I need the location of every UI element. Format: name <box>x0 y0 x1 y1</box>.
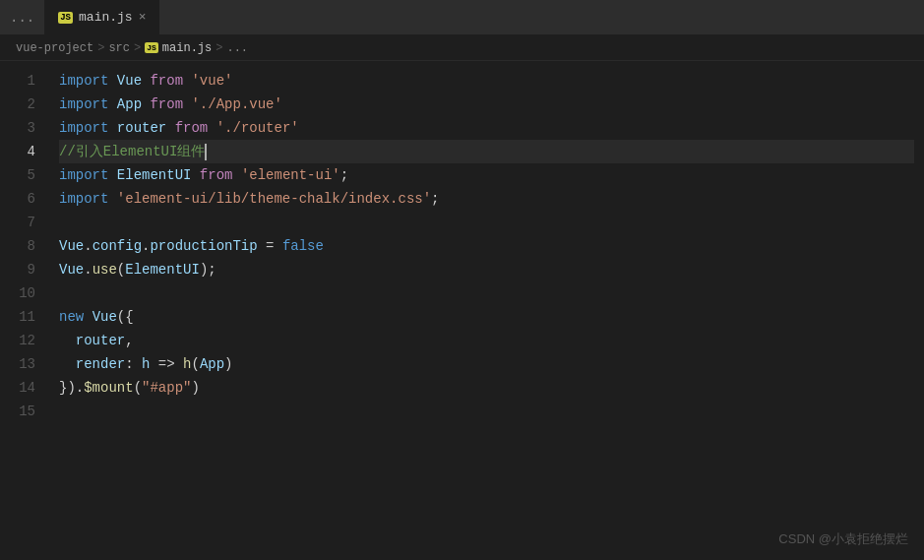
token-plain <box>59 352 76 376</box>
token-id: Vue <box>59 234 84 258</box>
code-line-15 <box>59 400 914 423</box>
token-param: h <box>142 352 150 376</box>
token-str: "#app" <box>142 376 191 400</box>
token-id: App <box>117 93 142 116</box>
token-plain: ); <box>200 258 216 281</box>
token-kw: import <box>59 69 108 93</box>
code-line-2: import App from './App.vue' <box>59 93 914 116</box>
active-tab[interactable]: JS main.js × <box>44 0 160 34</box>
line-number-3: 3 <box>0 116 51 140</box>
token-plain: ) <box>224 352 232 376</box>
token-plain <box>108 69 116 93</box>
line-numbers: 123456789101112131415 <box>0 61 51 560</box>
line-number-2: 2 <box>0 93 51 116</box>
token-plain <box>108 93 116 116</box>
token-str: 'vue' <box>191 69 232 93</box>
code-line-14: }).$mount("#app") <box>59 376 914 400</box>
code-line-8: Vue.config.productionTip = false <box>59 234 914 258</box>
token-id: Vue <box>92 305 117 329</box>
token-from-kw: from <box>200 163 233 187</box>
breadcrumb-sep1: > <box>97 41 104 55</box>
token-id: ElementUI <box>117 163 192 187</box>
token-str: './router' <box>216 116 299 140</box>
breadcrumb-sep2: > <box>134 41 141 55</box>
token-str: 'element-ui' <box>241 163 340 187</box>
token-plain <box>232 163 240 187</box>
breadcrumb-project[interactable]: vue-project <box>16 41 93 55</box>
token-id: ElementUI <box>125 258 200 281</box>
scrollbar[interactable] <box>914 61 924 560</box>
breadcrumb-ellipsis: ... <box>226 41 248 55</box>
token-from-kw: from <box>150 69 183 93</box>
token-plain <box>191 163 199 187</box>
code-line-7 <box>59 211 914 234</box>
token-method: $mount <box>84 376 133 400</box>
dots-label: ... <box>10 10 34 26</box>
tab-close-button[interactable]: × <box>139 10 147 25</box>
token-id: router <box>117 116 166 140</box>
token-id: render <box>76 352 125 376</box>
token-plain <box>108 163 116 187</box>
code-line-9: Vue.use(ElementUI); <box>59 258 914 281</box>
token-plain: => <box>150 352 183 376</box>
token-plain: , <box>125 329 133 352</box>
token-str: './App.vue' <box>191 93 281 116</box>
token-from-kw: from <box>150 93 183 116</box>
token-plain: ( <box>134 376 142 400</box>
token-plain: ( <box>191 352 199 376</box>
code-lines[interactable]: import Vue from 'vue'import App from './… <box>51 61 914 560</box>
token-plain: : <box>125 352 142 376</box>
line-number-13: 13 <box>0 352 51 376</box>
token-plain <box>183 93 191 116</box>
code-area: 123456789101112131415 import Vue from 'v… <box>0 61 924 560</box>
token-plain <box>108 116 116 140</box>
token-from-kw: from <box>175 116 209 140</box>
token-plain: ( <box>117 258 125 281</box>
code-line-5: import ElementUI from 'element-ui'; <box>59 163 914 187</box>
token-plain: }). <box>59 376 84 400</box>
token-kw: import <box>59 163 108 187</box>
token-id: Vue <box>117 69 142 93</box>
code-line-11: new Vue({ <box>59 305 914 329</box>
token-id: router <box>76 329 125 352</box>
token-plain <box>142 69 150 93</box>
line-number-14: 14 <box>0 376 51 400</box>
line-number-8: 8 <box>0 234 51 258</box>
line-number-11: 11 <box>0 305 51 329</box>
token-plain: . <box>142 234 150 258</box>
token-method: use <box>92 258 117 281</box>
text-cursor <box>205 144 207 160</box>
breadcrumb-file[interactable]: main.js <box>162 41 212 55</box>
breadcrumb-sep3: > <box>216 41 222 55</box>
token-id: App <box>200 352 224 376</box>
token-plain <box>208 116 216 140</box>
token-plain: = <box>258 234 282 258</box>
line-number-1: 1 <box>0 69 51 93</box>
watermark: CSDN @小袁拒绝摆烂 <box>778 530 908 548</box>
code-line-4: //引入ElementUI组件 <box>59 140 914 163</box>
token-id: Vue <box>59 258 84 281</box>
line-number-6: 6 <box>0 187 51 211</box>
token-bool: false <box>282 234 324 258</box>
token-plain: . <box>84 234 92 258</box>
token-plain <box>84 305 92 329</box>
line-number-4: 4 <box>0 140 51 163</box>
line-number-12: 12 <box>0 329 51 352</box>
token-kw: import <box>59 116 108 140</box>
token-id: productionTip <box>150 234 257 258</box>
token-kw: import <box>59 93 108 116</box>
line-number-7: 7 <box>0 211 51 234</box>
token-plain: ) <box>191 376 199 400</box>
code-line-13: render: h => h(App) <box>59 352 914 376</box>
token-kw: import <box>59 187 108 211</box>
token-str: 'element-ui/lib/theme-chalk/index.css' <box>117 187 431 211</box>
token-plain <box>108 187 116 211</box>
token-plain: ; <box>431 187 439 211</box>
tab-js-icon: JS <box>58 12 73 24</box>
line-number-10: 10 <box>0 281 51 305</box>
token-method: h <box>183 352 191 376</box>
breadcrumb-src[interactable]: src <box>108 41 130 55</box>
token-comment: //引入ElementUI组件 <box>59 140 205 163</box>
tab-bar: ... JS main.js × <box>0 0 924 35</box>
line-number-15: 15 <box>0 400 51 423</box>
